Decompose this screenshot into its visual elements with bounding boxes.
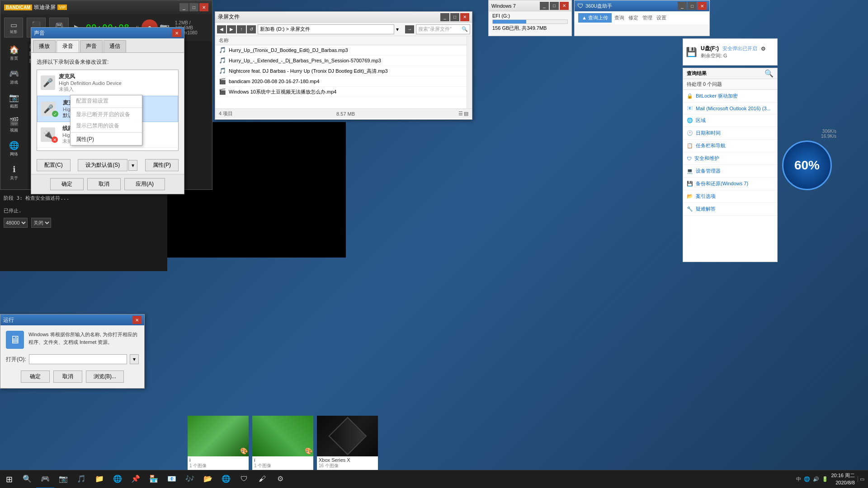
explorer-refresh-btn[interactable]: ↺: [247, 25, 256, 33]
explorer-list-view-btn[interactable]: ☰: [458, 111, 463, 117]
notice-item-3[interactable]: 🕐 日期和时间: [683, 127, 777, 140]
explorer-scrollbar[interactable]: [467, 36, 472, 108]
taskbar-item-360[interactable]: 🛡: [235, 470, 253, 488]
win7-close-btn[interactable]: ✕: [560, 2, 569, 10]
properties-btn[interactable]: 属性(P): [145, 159, 179, 171]
taskbar-item-explorer[interactable]: 📁: [90, 470, 108, 488]
sidebar-item-about[interactable]: ℹ 关于: [0, 161, 28, 185]
explorer-search-box[interactable]: 搜索"录屏文件" 🔍: [416, 24, 470, 34]
taskbar-item-music[interactable]: 🎶: [181, 470, 199, 488]
file-row-3[interactable]: 🎬 bandicam 2020-08-08 20-16-27-180.mp4: [215, 76, 467, 87]
file-row-1[interactable]: 🎵 Hurry_Up_-_Extended_-_Dj_Barbas_Pres_I…: [215, 56, 467, 66]
sound-cancel-btn[interactable]: 取消: [87, 178, 121, 190]
speed-circle-wrapper: 60%: [778, 141, 836, 190]
taskbar-show-desktop-btn[interactable]: ▭: [858, 476, 864, 482]
asst-query-btn[interactable]: 查询: [614, 15, 624, 20]
file-row-2[interactable]: 🎵 Nightcore feat. DJ Barbas - Hurry Up (…: [215, 66, 467, 76]
taskbar-item-photos[interactable]: 📷: [54, 470, 72, 488]
sound-apply-btn[interactable]: 应用(A): [124, 178, 165, 190]
explorer-addr-go-btn[interactable]: →: [405, 25, 414, 33]
assistant-upload-btn[interactable]: ▲ 查询上传: [578, 13, 612, 23]
run-input-field[interactable]: [29, 354, 127, 364]
taskbar-item-edge[interactable]: 🌐: [217, 470, 235, 488]
sound-dialog-close-btn[interactable]: ✕: [172, 29, 181, 37]
thumbnail-2[interactable]: Xbox Series X 16 个图像: [317, 416, 378, 470]
explorer-close-btn[interactable]: ✕: [460, 13, 469, 21]
taskbar-volume-icon[interactable]: 🔊: [813, 476, 819, 482]
tab-record[interactable]: 录音: [57, 40, 79, 52]
explorer-forward-btn[interactable]: ▶: [227, 25, 236, 33]
file-row-0[interactable]: 🎵 Hurry_Up_(Tronix_DJ_Bootleg_Edit)_DJ_B…: [215, 45, 467, 56]
config-btn[interactable]: 配置(C): [37, 159, 71, 171]
taskbar-item-settings[interactable]: ⚙: [271, 470, 289, 488]
thumbnail-0[interactable]: i 1 个图像 🎨: [188, 416, 249, 470]
explorer-maximize-btn[interactable]: □: [450, 13, 459, 21]
asst-settings-btn[interactable]: 设置: [656, 15, 666, 20]
tab-comm[interactable]: 通信: [104, 40, 126, 52]
notice-item-7[interactable]: 💾 备份和还原(Windows 7): [683, 178, 777, 190]
taskbar-item-media[interactable]: 🎵: [72, 470, 90, 488]
taskbar-network-icon[interactable]: 🌐: [804, 476, 810, 482]
notice-item-2[interactable]: 🌐 区域: [683, 114, 777, 127]
explorer-addr-dropdown[interactable]: ▾: [396, 26, 403, 33]
win7-maximize-btn[interactable]: □: [550, 2, 559, 10]
run-cancel-btn[interactable]: 取消: [53, 371, 82, 383]
start-button[interactable]: ⊞: [0, 470, 18, 488]
taskbar-item-search[interactable]: 🔍: [18, 470, 36, 488]
taskbar-item-mail[interactable]: 📧: [163, 470, 181, 488]
explorer-detail-view-btn[interactable]: ▤: [464, 111, 468, 117]
set-default-dropdown-btn[interactable]: ▾: [128, 160, 137, 171]
taskbar-clock[interactable]: 20:16 周二 2020/8/8: [831, 472, 855, 486]
notice-item-8[interactable]: 📂 案引选项: [683, 190, 777, 203]
taskbar-item-store[interactable]: 🏪: [145, 470, 163, 488]
sidebar-item-game[interactable]: 🎮 游戏: [0, 65, 28, 89]
explorer-address-bar[interactable]: 新加卷 (D:) > 录屏文件: [258, 24, 394, 34]
sidebar-item-screenshot[interactable]: 📷 截图: [0, 89, 28, 113]
taskbar-item-paint[interactable]: 🖌: [253, 470, 271, 488]
notice-item-6[interactable]: 💻 设备管理器: [683, 165, 777, 178]
set-default-btn[interactable]: 设为默认值(S): [78, 159, 127, 171]
bandicam-minimize-btn[interactable]: _: [179, 3, 189, 11]
tab-sound[interactable]: 声音: [80, 40, 103, 52]
notice-item-0[interactable]: 🔒 BitLocker 驱动加密: [683, 90, 777, 103]
notice-item-9[interactable]: 🔧 疑难解答: [683, 203, 777, 216]
file-row-4[interactable]: 🎬 Windows 10系统中土豆视频无法播放怎么办.mp4: [215, 87, 467, 97]
notice-item-5[interactable]: 🛡 安全和维护: [683, 152, 777, 165]
notice-title-text: 查询结果: [687, 70, 707, 77]
sample-rate-select[interactable]: 48000 44100: [4, 218, 28, 228]
asst-fix-btn[interactable]: 修定: [628, 15, 638, 20]
device-item-0[interactable]: 🎤 麦克风 High Definition Audio Device 未插入: [37, 70, 178, 96]
assistant-close-btn[interactable]: ✕: [698, 2, 707, 10]
win7-minimize-btn[interactable]: _: [540, 2, 549, 10]
asst-manage-btn[interactable]: 管理: [642, 15, 652, 20]
sidebar-item-video[interactable]: 🎬 视频: [0, 113, 28, 137]
run-input-dropdown-btn[interactable]: ▾: [130, 354, 139, 364]
run-browse-btn[interactable]: 浏览(B)...: [86, 371, 124, 383]
taskbar-item-pin[interactable]: 📌: [127, 470, 145, 488]
thumbnail-1[interactable]: i 1 个图像 🎨: [252, 416, 313, 470]
udisk-settings-btn[interactable]: ⚙: [761, 46, 766, 52]
bandicam-close-btn[interactable]: ✕: [199, 3, 208, 11]
ctx-item-properties[interactable]: 属性(P): [71, 134, 142, 145]
run-ok-btn[interactable]: 确定: [21, 371, 50, 383]
explorer-back-btn[interactable]: ◀: [217, 25, 226, 33]
sound-ok-btn[interactable]: 确定: [50, 178, 84, 190]
taskbar-item-files[interactable]: 📂: [199, 470, 217, 488]
run-dialog-close-btn[interactable]: ✕: [132, 316, 142, 324]
sidebar-item-home[interactable]: 🏠 首页: [0, 41, 28, 65]
assistant-maximize-btn[interactable]: □: [688, 2, 697, 10]
bandicam-maximize-btn[interactable]: □: [189, 3, 198, 11]
notice-item-1[interactable]: 📧 Mail (Microsoft Outlook 2016) (3...: [683, 103, 777, 114]
assistant-minimize-btn[interactable]: _: [678, 2, 687, 10]
taskbar-item-bandicam[interactable]: 🎮: [36, 470, 54, 488]
bandicam-rect-btn[interactable]: ▭矩形: [4, 18, 23, 38]
tab-play[interactable]: 播放: [33, 40, 56, 52]
explorer-minimize-btn[interactable]: _: [440, 13, 449, 21]
notice-search-icon[interactable]: 🔍: [764, 69, 774, 78]
filter-select[interactable]: 关闭 开启: [31, 218, 51, 228]
notice-item-4[interactable]: 📋 任务栏和导航: [683, 140, 777, 152]
taskbar-item-browser[interactable]: 🌐: [108, 470, 127, 488]
explorer-up-btn[interactable]: ↑: [237, 25, 246, 33]
sidebar-item-net[interactable]: 🌐 网络: [0, 137, 28, 161]
file-icon-2: 🎵: [219, 67, 226, 75]
